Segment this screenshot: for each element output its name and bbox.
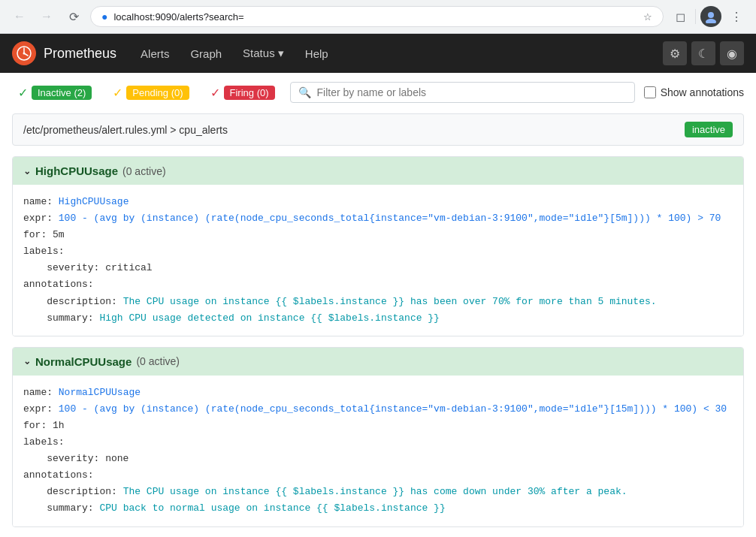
alert-groups-container: ⌄ HighCPUUsage (0 active) name: HighCPUU…	[12, 156, 744, 527]
for-line: for: 5m	[23, 227, 733, 243]
summary-line: summary: CPU back to normal usage on ins…	[23, 500, 733, 517]
expr-line: expr: 100 - (avg by (instance) (rate(nod…	[23, 401, 733, 418]
name-line: name: NormalCPUUsage	[23, 385, 733, 401]
firing-badge-label: Firing (0)	[224, 86, 275, 100]
labels-line: labels:	[23, 434, 733, 451]
summary-line: summary: High CPU usage detected on inst…	[23, 310, 733, 327]
browser-chrome: ← → ⟳ ● localhost:9090/alerts?search= ☆ …	[0, 0, 756, 34]
pending-check-icon: ✓	[113, 86, 122, 100]
nav-status[interactable]: Status ▾	[234, 41, 293, 66]
alert-group-body-normal-cpu: name: NormalCPUUsage expr: 100 - (avg by…	[13, 376, 743, 526]
inactive-check-icon: ✓	[18, 86, 28, 100]
lock-icon: ●	[101, 11, 107, 23]
address-bar[interactable]: ● localhost:9090/alerts?search= ☆	[90, 6, 664, 27]
alert-group-header-normal-cpu[interactable]: ⌄ NormalCPUUsage (0 active)	[13, 348, 743, 376]
filter-bar: ✓ Inactive (2) ✓ Pending (0) ✓ Firing (0…	[12, 82, 744, 103]
severity-line: severity: none	[23, 451, 733, 467]
search-box: 🔍	[290, 82, 635, 103]
settings-button[interactable]: ⚙	[663, 41, 687, 65]
chevron-down-icon: ⌄	[23, 166, 31, 176]
breadcrumb-bar: /etc/prometheus/alert.rules.yml > cpu_al…	[12, 113, 744, 146]
svg-point-0	[708, 12, 714, 18]
annotations-line: annotations:	[23, 276, 733, 293]
annotations-line: annotations:	[23, 467, 733, 484]
menu-button[interactable]: ⋮	[726, 6, 747, 27]
prometheus-logo: Prometheus	[12, 41, 116, 65]
pending-filter-button[interactable]: ✓ Pending (0)	[107, 83, 195, 103]
for-line: for: 1h	[23, 418, 733, 434]
back-button[interactable]: ←	[9, 6, 30, 27]
pending-badge-label: Pending (0)	[126, 86, 189, 100]
desc-line: description: The CPU usage on instance {…	[23, 484, 733, 500]
chevron-down-icon: ⌄	[23, 356, 31, 367]
reload-button[interactable]: ⟳	[63, 6, 84, 27]
nav-actions: ⚙ ☾ ◉	[663, 41, 744, 65]
alert-group-normal-cpu: ⌄ NormalCPUUsage (0 active) name: Normal…	[12, 347, 744, 527]
breadcrumb-status-badge: inactive	[685, 122, 733, 137]
url-text: localhost:9090/alerts?search=	[113, 11, 637, 23]
nav-graph[interactable]: Graph	[181, 41, 231, 66]
nav-help[interactable]: Help	[296, 41, 337, 66]
theme-button[interactable]: ☾	[691, 41, 715, 65]
firing-check-icon: ✓	[210, 86, 220, 100]
firing-filter-button[interactable]: ✓ Firing (0)	[204, 83, 281, 103]
show-annotations-text: Show annotations	[661, 86, 744, 98]
main-content: ✓ Inactive (2) ✓ Pending (0) ✓ Firing (0…	[0, 73, 756, 537]
group-active-count-high-cpu: (0 active)	[122, 165, 166, 177]
contrast-button[interactable]: ◉	[720, 41, 744, 65]
forward-button[interactable]: →	[36, 6, 57, 27]
alert-group-body-high-cpu: name: HighCPUUsage expr: 100 - (avg by (…	[13, 185, 743, 336]
labels-line: labels:	[23, 243, 733, 260]
alert-group-header-high-cpu[interactable]: ⌄ HighCPUUsage (0 active)	[13, 157, 743, 185]
group-title-high-cpu: HighCPUUsage	[35, 164, 118, 177]
prometheus-nav: Prometheus Alerts Graph Status ▾ Help ⚙ …	[0, 34, 756, 73]
nav-links: Alerts Graph Status ▾ Help	[132, 41, 663, 66]
group-active-count-normal-cpu: (0 active)	[136, 355, 180, 367]
avatar-icon	[704, 10, 718, 23]
search-icon: 🔍	[298, 86, 311, 98]
show-annotations-checkbox[interactable]	[644, 86, 656, 98]
name-line: name: HighCPUUsage	[23, 194, 733, 210]
svg-point-1	[706, 19, 716, 23]
nav-alerts[interactable]: Alerts	[132, 41, 178, 66]
extensions-button[interactable]: ◻	[670, 6, 691, 27]
desc-line: description: The CPU usage on instance {…	[23, 294, 733, 310]
group-title-normal-cpu: NormalCPUUsage	[35, 355, 132, 368]
search-input[interactable]	[317, 86, 627, 98]
inactive-badge-label: Inactive (2)	[32, 86, 92, 100]
prometheus-title: Prometheus	[44, 46, 116, 62]
divider	[695, 9, 696, 24]
inactive-filter-button[interactable]: ✓ Inactive (2)	[12, 83, 98, 103]
severity-line: severity: critical	[23, 260, 733, 276]
alert-group-high-cpu: ⌄ HighCPUUsage (0 active) name: HighCPUU…	[12, 156, 744, 336]
profile-button[interactable]	[700, 6, 721, 27]
expr-line: expr: 100 - (avg by (instance) (rate(nod…	[23, 210, 733, 227]
show-annotations-label[interactable]: Show annotations	[644, 86, 744, 98]
browser-actions: ◻ ⋮	[670, 6, 747, 27]
bookmark-icon[interactable]: ☆	[643, 11, 652, 23]
svg-point-3	[23, 53, 26, 55]
breadcrumb-path: /etc/prometheus/alert.rules.yml > cpu_al…	[23, 124, 228, 136]
prometheus-logo-icon	[12, 41, 36, 65]
